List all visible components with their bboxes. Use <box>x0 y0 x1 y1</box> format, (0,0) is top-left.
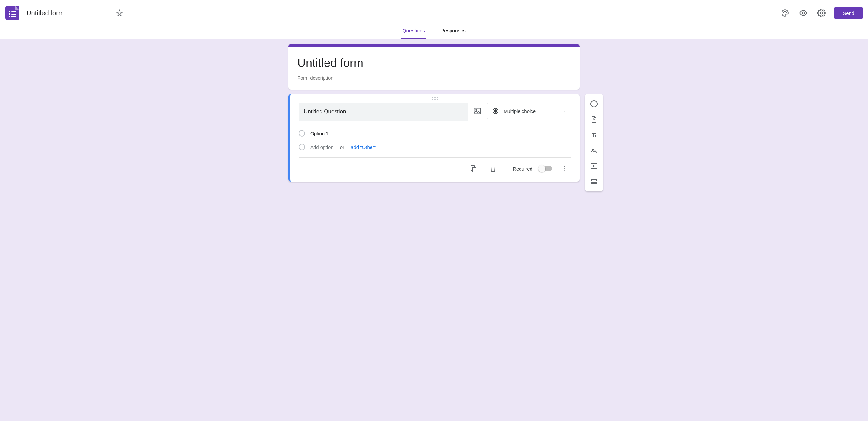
form-title-input[interactable] <box>297 55 571 71</box>
side-toolbar <box>585 94 603 191</box>
gear-icon <box>817 9 826 17</box>
svg-point-4 <box>802 12 805 14</box>
svg-point-18 <box>494 110 497 112</box>
drag-handle[interactable] <box>432 97 438 100</box>
add-video-button[interactable] <box>588 160 600 172</box>
add-image-icon <box>590 147 598 154</box>
add-image-button[interactable] <box>588 144 600 157</box>
svg-point-3 <box>786 12 787 12</box>
svg-rect-19 <box>472 167 476 172</box>
add-video-icon <box>590 162 598 170</box>
question-card[interactable]: Multiple choice Option 1 Add option <box>288 94 580 182</box>
required-label: Required <box>513 166 532 171</box>
text-title-icon <box>590 131 598 139</box>
app-header: Send Questions Responses <box>0 0 868 39</box>
question-options: Option 1 Add option or add "Other" <box>299 130 571 150</box>
more-vert-icon <box>561 165 568 172</box>
star-icon <box>116 9 123 17</box>
add-other-link[interactable]: add "Other" <box>351 144 376 150</box>
question-title-input[interactable] <box>299 103 468 121</box>
svg-point-10 <box>593 149 594 150</box>
eye-icon <box>799 9 807 17</box>
question-footer: Required <box>299 157 571 180</box>
add-section-button[interactable] <box>588 175 600 188</box>
radio-placeholder-icon <box>299 144 305 150</box>
option-row[interactable]: Option 1 <box>299 130 571 136</box>
settings-button[interactable] <box>814 5 829 21</box>
star-button[interactable] <box>113 6 126 20</box>
view-tabs: Questions Responses <box>5 24 863 39</box>
tab-questions[interactable]: Questions <box>401 24 426 39</box>
forms-logo[interactable] <box>5 6 20 20</box>
palette-icon <box>781 9 789 17</box>
form-description-input[interactable] <box>297 75 571 80</box>
question-add-image-button[interactable] <box>473 106 482 116</box>
question-more-button[interactable] <box>558 162 571 175</box>
tab-responses[interactable]: Responses <box>439 24 467 39</box>
form-title-card[interactable] <box>288 44 580 90</box>
svg-marker-0 <box>117 10 122 15</box>
dropdown-arrow-icon <box>563 109 566 113</box>
customize-theme-button[interactable] <box>777 5 793 21</box>
question-header-row: Multiple choice <box>299 103 571 121</box>
option-label[interactable]: Option 1 <box>310 131 329 136</box>
form-canvas: Multiple choice Option 1 Add option <box>288 44 580 182</box>
question-wrapper: Multiple choice Option 1 Add option <box>288 94 580 182</box>
svg-point-16 <box>476 109 477 110</box>
header-actions: Send <box>777 5 863 21</box>
add-circle-icon <box>590 100 598 108</box>
add-option-button[interactable]: Add option <box>310 144 334 150</box>
add-option-row: Add option or add "Other" <box>299 144 571 150</box>
footer-separator <box>506 163 506 174</box>
svg-point-21 <box>564 168 565 169</box>
svg-marker-12 <box>593 165 595 167</box>
canvas-area: Multiple choice Option 1 Add option <box>0 39 868 421</box>
add-section-icon <box>590 178 598 186</box>
question-type-label: Multiple choice <box>504 108 536 114</box>
svg-point-1 <box>783 12 784 12</box>
add-question-button[interactable] <box>588 97 600 110</box>
import-questions-button[interactable] <box>588 113 600 126</box>
svg-rect-14 <box>591 182 597 184</box>
svg-point-2 <box>785 11 785 12</box>
add-option-or-text: or <box>340 144 344 150</box>
delete-button[interactable] <box>487 162 499 175</box>
required-toggle[interactable] <box>539 166 552 171</box>
image-icon <box>473 107 482 115</box>
copy-icon <box>470 165 477 172</box>
svg-point-20 <box>564 166 565 167</box>
add-title-button[interactable] <box>588 128 600 141</box>
import-questions-icon <box>590 116 598 123</box>
send-button[interactable]: Send <box>834 7 863 19</box>
document-title-input[interactable] <box>25 8 111 18</box>
svg-point-5 <box>820 12 823 14</box>
duplicate-button[interactable] <box>467 162 480 175</box>
svg-rect-13 <box>591 179 597 181</box>
header-top-row: Send <box>5 3 863 23</box>
radio-placeholder-icon <box>299 130 305 136</box>
radio-icon <box>492 107 499 115</box>
question-type-dropdown[interactable]: Multiple choice <box>487 103 571 120</box>
preview-button[interactable] <box>796 5 811 21</box>
trash-icon <box>489 165 497 172</box>
svg-point-22 <box>564 170 565 171</box>
